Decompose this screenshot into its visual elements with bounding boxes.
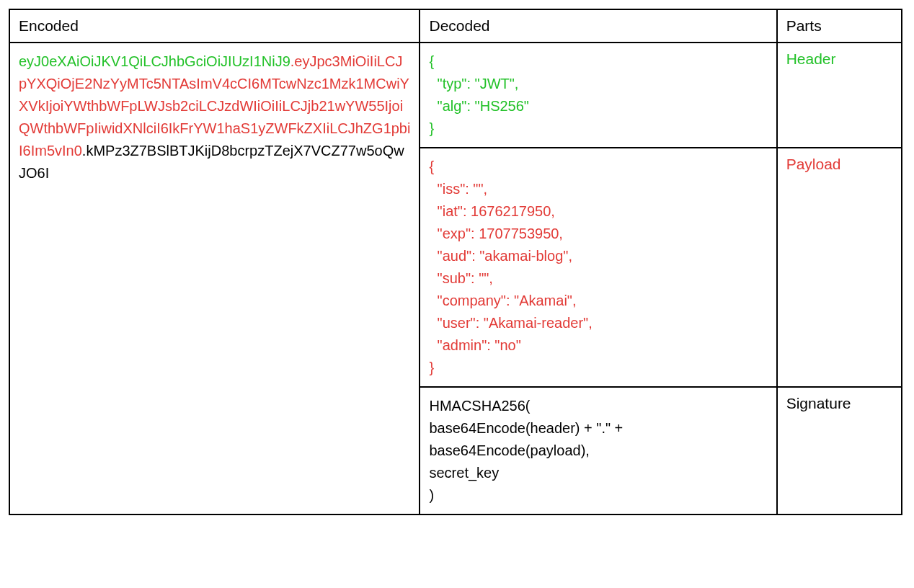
decoded-signature: HMACSHA256( base64Encode(header) + "." +… xyxy=(429,395,767,507)
decoded-signature-cell: HMACSHA256( base64Encode(header) + "." +… xyxy=(420,387,776,514)
row-header: eyJ0eXAiOiJKV1QiLCJhbGciOiJIUzI1NiJ9.eyJ… xyxy=(9,43,902,148)
encoded-header: eyJ0eXAiOiJKV1QiLCJhbGciOiJIUzI1NiJ9 xyxy=(19,53,290,69)
parts-payload-label: Payload xyxy=(786,156,841,172)
parts-signature-label: Signature xyxy=(786,395,851,411)
table-header-row: Encoded Decoded Parts xyxy=(9,9,902,43)
decoded-payload: { "iss": "", "iat": 1676217950, "exp": 1… xyxy=(429,156,767,379)
decoded-payload-cell: { "iss": "", "iat": 1676217950, "exp": 1… xyxy=(420,148,776,387)
col-header-encoded: Encoded xyxy=(9,9,420,43)
jwt-table: Encoded Decoded Parts eyJ0eXAiOiJKV1QiLC… xyxy=(9,9,902,515)
parts-signature-cell: Signature xyxy=(777,387,902,514)
col-header-decoded: Decoded xyxy=(420,9,776,43)
encoded-cell: eyJ0eXAiOiJKV1QiLCJhbGciOiJIUzI1NiJ9.eyJ… xyxy=(9,43,420,514)
decoded-header-cell: { "typ": "JWT", "alg": "HS256" } xyxy=(420,43,776,148)
parts-payload-cell: Payload xyxy=(777,148,902,387)
decoded-header: { "typ": "JWT", "alg": "HS256" } xyxy=(429,50,767,140)
parts-header-label: Header xyxy=(786,50,836,67)
parts-header-cell: Header xyxy=(777,43,902,148)
col-header-parts: Parts xyxy=(777,9,902,43)
encoded-token: eyJ0eXAiOiJKV1QiLCJhbGciOiJIUzI1NiJ9.eyJ… xyxy=(19,50,410,184)
